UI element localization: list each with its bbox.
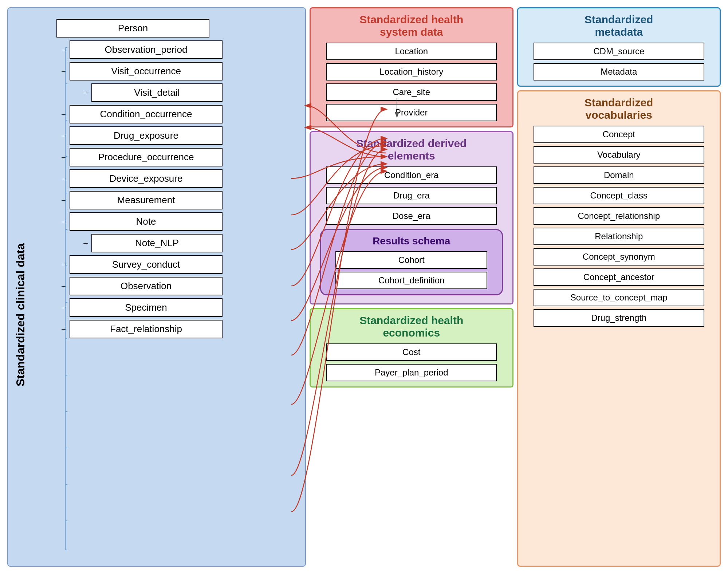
health-system-title: Standardized healthsystem data [316, 13, 507, 38]
node-payer-plan-period: Payer_plan_period [326, 364, 497, 381]
results-schema-section: Results schema Cohort Cohort_definition [320, 229, 503, 295]
node-source-to-concept-map: Source_to_concept_map [534, 289, 704, 306]
node-metadata: Metadata [534, 63, 704, 80]
node-cost: Cost [326, 343, 497, 361]
left-panel-title: Standardized clinical data [14, 243, 27, 386]
node-concept-synonym: Concept_synonym [534, 248, 704, 266]
derived-elements-section: Standardized derivedelements Condition_e… [310, 131, 513, 304]
vocabularies-title: Standardizedvocabularies [524, 97, 714, 121]
node-domain: Domain [534, 166, 704, 184]
node-visit-occurrence: Visit_occurrence [70, 62, 223, 80]
node-drug-strength: Drug_strength [534, 309, 704, 327]
node-cdm-source: CDM_source [534, 43, 704, 60]
node-cohort-definition: Cohort_definition [335, 272, 487, 289]
node-observation-period: Observation_period [70, 40, 223, 59]
node-provider: Provider [326, 104, 497, 121]
node-observation: Observation [70, 277, 223, 295]
node-location-history: Location_history [326, 63, 497, 80]
node-measurement: Measurement [70, 191, 223, 209]
node-specimen: Specimen [70, 298, 223, 317]
node-note: Note [70, 212, 223, 231]
node-fact-relationship: Fact_relationship [70, 320, 223, 338]
health-economics-section: Standardized healtheconomics Cost Payer_… [310, 308, 513, 388]
node-condition-occurrence: Condition_occurrence [70, 105, 223, 123]
health-economics-title: Standardized healtheconomics [316, 314, 507, 339]
node-location: Location [326, 43, 497, 60]
derived-elements-title: Standardized derivedelements [316, 137, 507, 162]
metadata-title: Standardizedmetadata [524, 13, 714, 38]
node-note-nlp: Note_NLP [91, 234, 223, 252]
node-vocabulary: Vocabulary [534, 146, 704, 164]
results-schema-title: Results schema [327, 235, 496, 247]
metadata-section: Standardizedmetadata CDM_source Metadata [517, 7, 721, 87]
node-condition-era: Condition_era [326, 166, 497, 184]
node-concept: Concept [534, 126, 704, 143]
node-dose-era: Dose_era [326, 207, 497, 225]
node-person: Person [56, 19, 209, 38]
node-care-site: Care_site [326, 83, 497, 101]
vocabularies-section: Standardizedvocabularies Concept Vocabul… [517, 90, 721, 567]
node-device-exposure: Device_exposure [70, 169, 223, 188]
node-concept-class: Concept_class [534, 187, 704, 204]
node-procedure-occurrence: Procedure_occurrence [70, 148, 223, 166]
node-concept-relationship: Concept_relationship [534, 207, 704, 225]
node-visit-detail: Visit_detail [91, 83, 223, 102]
node-relationship: Relationship [534, 228, 704, 245]
node-drug-era: Drug_era [326, 187, 497, 204]
node-cohort: Cohort [335, 251, 487, 269]
node-survey-conduct: Survey_conduct [70, 255, 223, 274]
node-concept-ancestor: Concept_ancestor [534, 268, 704, 286]
node-drug-exposure: Drug_exposure [70, 126, 223, 145]
health-system-section: Standardized healthsystem data Location … [310, 7, 513, 127]
